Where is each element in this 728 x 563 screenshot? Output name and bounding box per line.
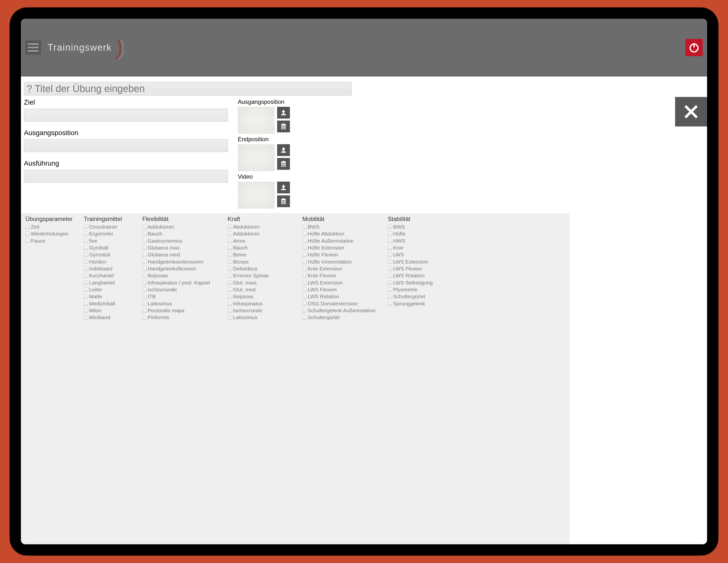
check-item[interactable]: Bauch (228, 244, 298, 251)
checkbox[interactable] (388, 246, 392, 250)
check-item[interactable]: LWS Rotation (388, 272, 469, 279)
checkbox[interactable] (228, 315, 232, 320)
check-item[interactable]: Wiederholungen (25, 230, 79, 237)
check-item[interactable]: five (84, 237, 138, 244)
checkbox[interactable] (302, 246, 307, 250)
check-item[interactable]: Hüfte Innenrotation (302, 258, 383, 265)
checkbox[interactable] (142, 260, 147, 264)
check-item[interactable]: OSG Dorsalextension (302, 300, 383, 307)
check-item[interactable]: LWS Flexion (388, 265, 469, 272)
checkbox[interactable] (388, 295, 392, 299)
check-item[interactable]: Abduktoren (228, 223, 298, 230)
check-item[interactable]: Miniband (84, 314, 138, 321)
checkbox[interactable] (142, 266, 147, 271)
input-ausfuehrung[interactable] (24, 170, 228, 183)
checkbox[interactable] (388, 239, 392, 243)
check-item[interactable]: Matte (84, 293, 138, 300)
checkbox[interactable] (302, 232, 307, 236)
checkbox[interactable] (84, 281, 88, 285)
check-item[interactable]: Leiter (84, 286, 138, 293)
delete-video-button[interactable] (277, 195, 290, 207)
check-item[interactable]: Infraspinatus / post. Kapsel (142, 279, 223, 286)
check-item[interactable]: Gymball (84, 244, 138, 251)
check-item[interactable]: Glut. maxi. (228, 279, 298, 286)
check-item[interactable]: LWS Seitneigung (388, 279, 469, 286)
check-item[interactable]: Knie Extension (302, 265, 383, 272)
checkbox[interactable] (228, 239, 232, 243)
delete-endposition-button[interactable] (277, 158, 290, 170)
checkbox[interactable] (84, 232, 88, 236)
checkbox[interactable] (84, 225, 88, 229)
input-ausgangsposition[interactable] (24, 139, 228, 152)
check-item[interactable]: Iliopsoas (228, 293, 298, 300)
check-item[interactable]: Latissimus (142, 300, 223, 307)
checkbox[interactable] (142, 315, 147, 320)
check-item[interactable]: BWS (388, 223, 469, 230)
checkbox[interactable] (228, 266, 232, 271)
checkbox[interactable] (302, 239, 307, 243)
check-item[interactable]: Hüfte Abduktion (302, 230, 383, 237)
checkbox[interactable] (388, 287, 392, 292)
check-item[interactable]: Adduktoren (228, 230, 298, 237)
check-item[interactable]: Knie Flexion (302, 272, 383, 279)
checkbox[interactable] (388, 301, 392, 306)
checkbox[interactable] (228, 232, 232, 236)
input-ziel[interactable] (24, 109, 228, 122)
checkbox[interactable] (302, 295, 307, 299)
checkbox[interactable] (142, 232, 147, 236)
check-item[interactable]: Handgelenksextensoren (142, 258, 223, 265)
checkbox[interactable] (388, 225, 392, 229)
check-item[interactable]: LWS (388, 251, 469, 258)
checkbox[interactable] (142, 252, 147, 257)
checkbox[interactable] (302, 301, 307, 306)
check-item[interactable]: Indoboard (84, 265, 138, 272)
checkbox[interactable] (302, 287, 307, 292)
checkbox[interactable] (228, 287, 232, 292)
upload-video-button[interactable] (277, 182, 290, 193)
checkbox[interactable] (84, 252, 88, 257)
check-item[interactable]: Glutaeus max. (142, 244, 223, 251)
checkbox[interactable] (302, 274, 307, 278)
check-item[interactable]: Plyometrie (388, 286, 469, 293)
checkbox[interactable] (302, 308, 307, 313)
checkbox[interactable] (302, 252, 307, 257)
check-item[interactable]: Hürden (84, 258, 138, 265)
checkbox[interactable] (388, 266, 392, 271)
check-item[interactable]: Schultergelenk Außenrotation (302, 307, 383, 314)
check-item[interactable]: Hüfte (388, 230, 469, 237)
check-item[interactable]: Biceps (228, 258, 298, 265)
check-item[interactable]: Pause (25, 237, 79, 244)
check-item[interactable]: Ergometer (84, 230, 138, 237)
checkbox[interactable] (228, 260, 232, 264)
checkbox[interactable] (84, 301, 88, 306)
checkbox[interactable] (84, 266, 88, 271)
check-item[interactable]: Hüfte Extension (302, 244, 383, 251)
checkbox[interactable] (142, 246, 147, 250)
checkbox[interactable] (142, 301, 147, 306)
check-item[interactable]: Schultergürtel (302, 314, 383, 321)
checkbox[interactable] (84, 287, 88, 292)
upload-endposition-button[interactable] (277, 144, 290, 156)
check-item[interactable]: Glut. med. (228, 286, 298, 293)
check-item[interactable]: Arme (228, 237, 298, 244)
checkbox[interactable] (142, 225, 147, 229)
check-item[interactable]: LWS Extension (302, 279, 383, 286)
check-item[interactable]: LWS Rotation (302, 293, 383, 300)
checkbox[interactable] (142, 308, 147, 313)
checkbox[interactable] (302, 281, 307, 285)
checkbox[interactable] (228, 281, 232, 285)
check-item[interactable]: Schultergürtel (388, 293, 469, 300)
check-item[interactable]: Hüfte Flexion (302, 251, 383, 258)
checkbox[interactable] (142, 281, 147, 285)
checkbox[interactable] (84, 308, 88, 313)
check-item[interactable]: Hüfte Außenrotation (302, 237, 383, 244)
check-item[interactable]: ITB (142, 293, 223, 300)
checkbox[interactable] (25, 225, 30, 229)
checkbox[interactable] (228, 252, 232, 257)
checkbox[interactable] (228, 246, 232, 250)
check-item[interactable]: Medizinball (84, 300, 138, 307)
check-item[interactable]: Pectoralis major (142, 307, 223, 314)
checkbox[interactable] (84, 295, 88, 299)
check-item[interactable]: BWS (302, 223, 383, 230)
checkbox[interactable] (142, 274, 147, 278)
